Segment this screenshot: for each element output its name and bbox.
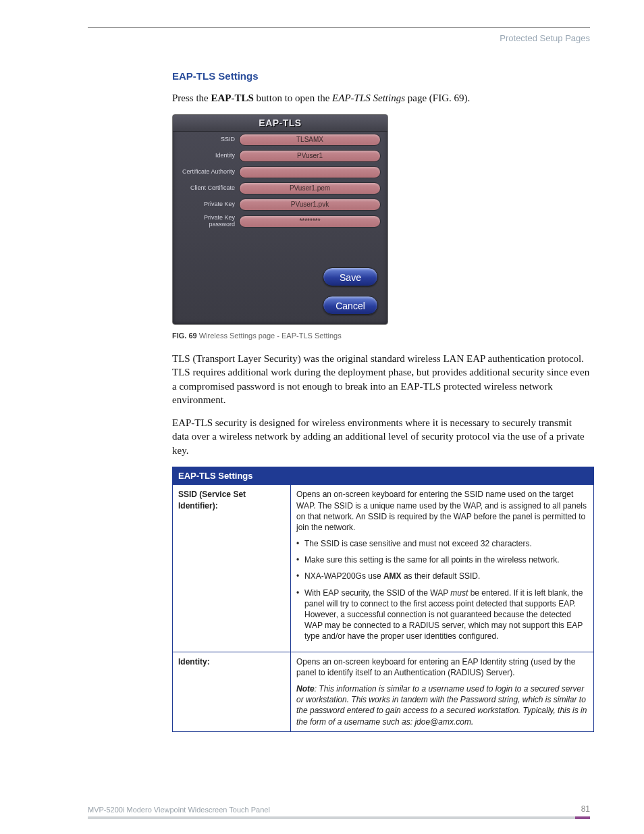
table-row: SSID (Service Set Identifier): Opens an … [173,485,594,652]
body-paragraph-1: TLS (Transport Layer Security) was the o… [172,352,590,407]
page-number: 81 [581,804,590,814]
intro-mid: button to open the [254,93,332,103]
ssid-bullet-4: With EAP security, the SSID of the WAP m… [296,588,588,642]
page-footer: MVP-5200i Modero Viewpoint Widescreen To… [88,804,590,814]
table-title: EAP-TLS Settings [173,467,594,485]
footer-rule [88,816,590,819]
identity-lead-text: Opens an on-screen keyboard for entering… [296,656,588,678]
section-heading: EAP-TLS Settings [172,70,590,82]
eap-label-ca: Certificate Authority [180,169,239,176]
eap-label-client-cert: Client Certificate [180,185,239,192]
ssid-bullet-3: NXA-WAP200Gs use AMX as their default SS… [296,571,588,581]
header-section-label: Protected Setup Pages [88,33,590,43]
eap-row-private-key-pw: Private Key password ******** [173,213,387,230]
ssid-bullet-2: Make sure this setting is the same for a… [296,554,588,565]
eap-row-identity: Identity PVuser1 [173,148,387,164]
intro-suffix: page (FIG. 69). [405,93,470,103]
ssid-bullet-1: The SSID is case sensitive and must not … [296,538,588,549]
figure-caption-text: Wireless Settings page - EAP-TLS Setting… [197,332,342,340]
eap-label-private-key-pw: Private Key password [180,215,239,228]
intro-bold: EAP-TLS [211,93,254,103]
eap-field-identity[interactable]: PVuser1 [239,150,381,162]
eap-label-ssid: SSID [180,136,239,143]
body-paragraph-2: EAP-TLS security is designed for wireles… [172,416,590,457]
save-button[interactable]: Save [323,267,378,286]
intro-italic: EAP-TLS Settings [332,93,405,103]
identity-note: Note: This information is similar to a u… [296,683,588,727]
table-row: Identity: Opens an on-screen keyboard fo… [173,652,594,731]
identity-note-text: : This information is similar to a usern… [296,684,587,727]
table-label-identity: Identity: [173,652,291,731]
figure-caption: FIG. 69 Wireless Settings page - EAP-TLS… [172,332,590,340]
eap-panel-title: EAP-TLS [173,115,387,132]
eap-field-ca[interactable] [239,166,381,178]
eap-row-private-key: Private Key PVuser1.pvk [173,197,387,213]
eap-label-private-key: Private Key [180,201,239,208]
identity-note-bold: Note [296,684,315,694]
table-label-ssid: SSID (Service Set Identifier): [173,485,291,652]
table-desc-identity: Opens an on-screen keyboard for entering… [291,652,594,731]
eap-field-private-key[interactable]: PVuser1.pvk [239,199,381,211]
table-desc-ssid: Opens an on-screen keyboard for entering… [291,485,594,652]
figure-eap-tls: EAP-TLS SSID TLSAMX Identity PVuser1 Cer… [172,114,590,325]
footer-title: MVP-5200i Modero Viewpoint Widescreen To… [88,806,270,814]
eap-label-identity: Identity [180,153,239,159]
eap-row-ssid: SSID TLSAMX [173,132,387,148]
eap-row-ca: Certificate Authority [173,164,387,180]
eap-field-private-key-pw[interactable]: ******** [239,215,381,228]
intro-paragraph: Press the EAP-TLS button to open the EAP… [172,91,590,105]
eap-tls-settings-table: EAP-TLS Settings SSID (Service Set Ident… [172,467,594,732]
cancel-button[interactable]: Cancel [323,296,378,315]
intro-prefix: Press the [172,93,211,103]
eap-row-client-cert: Client Certificate PVuser1.pem [173,180,387,197]
ssid-lead-text: Opens an on-screen keyboard for entering… [296,489,588,533]
eap-field-ssid[interactable]: TLSAMX [239,134,381,146]
eap-panel: EAP-TLS SSID TLSAMX Identity PVuser1 Cer… [172,114,388,325]
eap-field-client-cert[interactable]: PVuser1.pem [239,182,381,194]
figure-caption-bold: FIG. 69 [172,332,197,340]
